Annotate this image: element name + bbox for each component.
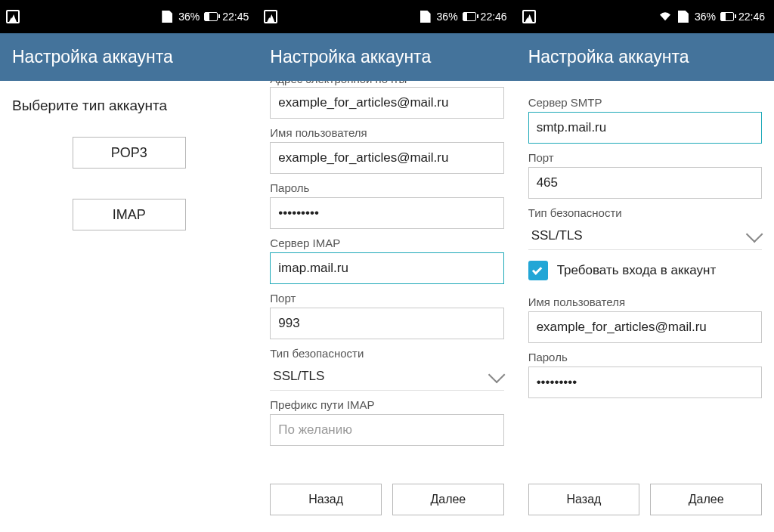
port-label: Порт	[528, 151, 762, 164]
port-field[interactable]	[528, 167, 762, 199]
security-select[interactable]: SSL/TLS	[528, 222, 762, 250]
password-field[interactable]	[270, 197, 503, 229]
smtp-server-field[interactable]	[528, 112, 762, 144]
port-field[interactable]	[270, 308, 503, 339]
chevron-down-icon	[746, 226, 763, 243]
imap-button[interactable]: IMAP	[73, 199, 186, 230]
imap-prefix-field[interactable]	[270, 414, 503, 446]
sd-card-icon	[419, 10, 432, 23]
security-select[interactable]: SSL/TLS	[270, 363, 503, 391]
back-label: Назад	[308, 493, 343, 506]
require-login-checkbox[interactable]	[528, 261, 548, 280]
next-label: Далее	[430, 493, 466, 506]
security-label: Тип безопасности	[270, 347, 503, 360]
check-icon	[532, 264, 542, 274]
pop3-label: POP3	[111, 145, 147, 161]
chevron-down-icon	[488, 367, 505, 384]
next-label: Далее	[689, 493, 724, 506]
sd-card-icon	[160, 10, 174, 23]
username-field[interactable]	[528, 311, 762, 343]
smtp-server-label: Сервер SMTP	[528, 96, 762, 109]
status-time: 22:46	[481, 11, 507, 23]
password-label: Пароль	[270, 181, 503, 194]
imap-server-label: Сервер IMAP	[270, 237, 503, 249]
battery-icon	[204, 10, 218, 23]
sd-card-icon	[676, 10, 690, 23]
next-button[interactable]: Далее	[392, 484, 504, 515]
status-time: 22:45	[222, 11, 249, 23]
gallery-icon	[6, 10, 20, 23]
back-label: Назад	[567, 493, 602, 506]
imap-server-field[interactable]	[270, 252, 503, 284]
username-label: Имя пользователя	[528, 295, 762, 308]
security-value: SSL/TLS	[531, 228, 583, 243]
page-title: Настройка аккаунта	[516, 33, 774, 81]
security-value: SSL/TLS	[273, 369, 324, 384]
panel-imap-settings: Настройка аккаунта Адрес электронной поч…	[258, 33, 515, 532]
username-label: Имя пользователя	[270, 126, 503, 139]
subtitle: Выберите тип аккаунта	[12, 97, 246, 114]
battery-icon	[720, 10, 734, 23]
battery-percent: 36%	[178, 11, 200, 23]
next-button[interactable]: Далее	[650, 484, 762, 515]
battery-icon	[463, 10, 476, 23]
wifi-icon	[658, 10, 672, 23]
port-label: Порт	[270, 292, 503, 305]
panel-smtp-settings: Настройка аккаунта Сервер SMTP Порт Тип …	[516, 33, 774, 532]
email-field[interactable]	[270, 87, 503, 119]
pop3-button[interactable]: POP3	[73, 137, 186, 169]
back-button[interactable]: Назад	[528, 484, 640, 515]
security-label: Тип безопасности	[528, 206, 762, 219]
imap-label: IMAP	[113, 207, 146, 223]
gallery-icon	[522, 10, 536, 23]
page-title: Настройка аккаунта	[258, 33, 515, 81]
require-login-label: Требовать входа в аккаунт	[557, 263, 717, 278]
require-login-row[interactable]: Требовать входа в аккаунт	[528, 261, 762, 280]
battery-percent: 36%	[437, 11, 458, 23]
password-field[interactable]	[528, 367, 762, 398]
password-label: Пароль	[528, 351, 762, 363]
status-bar: 36% 22:45 36% 22:46 36% 22:46	[0, 0, 774, 33]
battery-percent: 36%	[695, 11, 716, 23]
page-title: Настройка аккаунта	[0, 33, 258, 81]
username-field[interactable]	[270, 142, 503, 174]
status-time: 22:46	[738, 11, 765, 23]
email-label: Адрес электронной почты	[270, 81, 503, 87]
imap-prefix-label: Префикс пути IMAP	[270, 398, 503, 411]
panel-account-type: Настройка аккаунта Выберите тип аккаунта…	[0, 33, 258, 532]
gallery-icon	[264, 10, 277, 23]
back-button[interactable]: Назад	[270, 484, 382, 515]
